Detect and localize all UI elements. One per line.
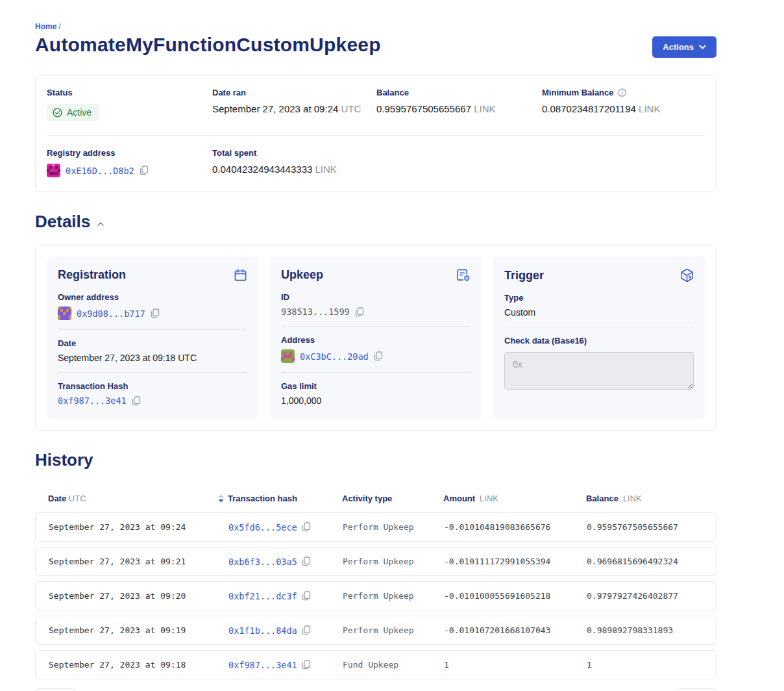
row-balance: 1 [587,660,703,670]
row-hash-cell: 0xbf21...dc3f [228,591,343,601]
total-spent-suffix: LINK [315,164,337,175]
owner-identicon [58,307,71,320]
copy-icon[interactable] [302,591,311,601]
sort-icon[interactable] [218,494,224,503]
date-ran-value: September 27, 2023 at 09:24 [212,103,338,114]
row-hash-link[interactable]: 0xbf21...dc3f [228,591,297,601]
owner-address-label: Owner address [58,292,247,302]
calendar-icon [234,268,247,282]
trigger-type-value: Custom [504,307,694,318]
title-row: AutomateMyFunctionCustomUpkeep Actions [35,34,717,58]
row-amount: -0.010107201668107043 [444,625,587,635]
details-section-head: Details [35,212,717,232]
status-badge: Active [47,104,99,121]
row-balance: 0.9595767505655667 [587,522,703,532]
row-hash-cell: 0x5fd6...5ece [228,522,343,533]
pagination: Prev Showing 1 to 5 of 5 entries Next [35,688,717,691]
row-activity: Perform Upkeep [343,557,444,566]
copy-icon[interactable] [132,396,141,406]
min-balance-field: Minimum Balance 0.0870234817201194 LINK [542,88,705,121]
date-ran-field: Date ran September 27, 2023 at 09:24 UTC [212,88,376,121]
trigger-card: Trigger Type Custom Check data (Base16) [493,257,705,419]
date-ran-label: Date ran [212,88,376,97]
copy-icon[interactable] [302,557,311,566]
breadcrumb-home-link[interactable]: Home [35,22,56,31]
status-badge-text: Active [67,107,92,118]
history-table-header: Date UTC Transaction hash Activity type … [35,488,717,512]
row-activity: Fund Upkeep [343,660,444,670]
check-data-label: Check data (Base16) [504,336,694,346]
owner-address-link[interactable]: 0x9d08...b717 [77,308,145,319]
row-activity: Perform Upkeep [343,591,444,601]
copy-icon[interactable] [355,307,364,317]
column-header-tx-hash: Transaction hash [228,494,342,503]
row-amount: -0.010111172991055394 [444,557,587,566]
balance-value: 0.9595767505655667 [376,103,471,114]
table-row: September 27, 2023 at 09:20 0xbf21...dc3… [35,581,717,610]
upkeep-title: Upkeep [281,268,323,282]
copy-icon[interactable] [302,660,311,670]
gas-limit-label: Gas limit [281,381,471,391]
registry-address-label: Registry address [47,148,212,158]
date-ran-suffix: UTC [341,103,361,114]
page-title: AutomateMyFunctionCustomUpkeep [35,34,381,56]
copy-icon[interactable] [302,625,311,635]
actions-button[interactable]: Actions [652,36,717,58]
overview-row-2: Registry address 0xE16D...D8b2 Total spe… [36,136,716,192]
gas-limit-value: 1,000,000 [281,396,471,406]
actions-button-label: Actions [663,42,694,52]
registry-identicon [47,164,60,177]
check-data-input[interactable] [504,352,694,390]
balance-suffix: LINK [474,103,495,114]
registry-address-field: Registry address 0xE16D...D8b2 [47,148,212,177]
row-hash-link[interactable]: 0xf987...3e41 [228,660,297,670]
registry-address-link[interactable]: 0xE16D...D8b2 [66,166,134,176]
min-balance-suffix: LINK [639,103,660,114]
row-hash-link[interactable]: 0x5fd6...5ece [228,522,297,533]
copy-icon[interactable] [374,351,383,361]
balance-label: Balance [376,88,542,97]
table-row: September 27, 2023 at 09:19 0x1f1b...84d… [35,616,717,645]
row-hash-cell: 0x1f1b...84da [228,625,343,636]
row-activity: Perform Upkeep [343,625,444,635]
document-gear-icon [456,268,471,282]
row-hash-link[interactable]: 0x1f1b...84da [228,625,297,636]
column-header-date[interactable]: Date UTC [48,494,228,503]
row-amount: -0.010104819083665676 [444,522,587,532]
row-activity: Perform Upkeep [343,522,444,532]
info-icon[interactable] [618,88,626,97]
trigger-type-label: Type [504,293,694,303]
breadcrumb-separator: / [58,22,60,31]
details-collapse-toggle[interactable] [96,221,105,227]
row-date: September 27, 2023 at 09:19 [49,625,228,635]
trigger-title: Trigger [504,269,544,283]
row-hash-cell: 0xb6f3...03a5 [228,557,343,567]
copy-icon[interactable] [151,308,160,318]
table-row: September 27, 2023 at 09:18 0xf987...3e4… [35,650,717,679]
status-label: Status [47,88,212,97]
details-panel: Registration Owner address 0x9d08...b717 [35,245,717,431]
upkeep-address-label: Address [281,335,471,345]
upkeep-address-link[interactable]: 0xC3bC...20ad [300,351,369,362]
upkeep-card: Upkeep ID 938513...1599 Address [270,257,482,419]
min-balance-value: 0.0870234817201194 [542,103,636,114]
copy-icon[interactable] [302,522,311,532]
prev-button[interactable]: Prev [35,688,76,691]
page-container: Home/ AutomateMyFunctionCustomUpkeep Act… [35,0,717,691]
upkeep-address-identicon [281,349,295,363]
upkeep-id-value: 938513...1599 [281,307,350,317]
tx-hash-link[interactable]: 0xf987...3e41 [58,396,127,406]
table-row: September 27, 2023 at 09:24 0x5fd6...5ec… [35,512,717,542]
column-header-activity: Activity type [342,494,443,503]
row-date: September 27, 2023 at 09:18 [49,660,228,670]
upkeep-id-label: ID [281,292,471,302]
row-hash-link[interactable]: 0xb6f3...03a5 [228,557,297,567]
min-balance-label: Minimum Balance [542,88,614,97]
chevron-down-icon [699,45,706,49]
breadcrumb: Home/ [35,22,717,31]
total-spent-label: Total spent [212,148,376,158]
next-button[interactable]: Next [676,688,717,691]
column-header-amount: Amount LINK [443,494,586,503]
copy-icon[interactable] [140,166,149,175]
registration-date-value: September 27, 2023 at 09:18 UTC [58,353,247,363]
